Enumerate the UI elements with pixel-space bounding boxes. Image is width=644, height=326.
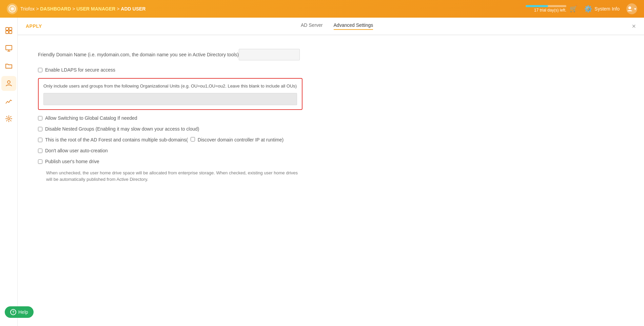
svg-point-9 (7, 81, 10, 83)
ou-description: Only include users and groups from the f… (43, 83, 297, 90)
publish-home-drive-label: Publish user's home drive (45, 159, 99, 164)
sidebar-item-analytics[interactable] (1, 94, 16, 109)
sidebar-item-folder[interactable] (1, 58, 16, 73)
discover-dc-label: Discover domain controller IP at runtime… (198, 137, 284, 142)
sidebar-item-dashboard[interactable] (1, 23, 16, 38)
nested-groups-checkbox[interactable] (38, 127, 42, 131)
no-auto-creation-label: Don't allow user auto-creation (45, 148, 108, 153)
ldaps-label: Enable LDAPS for secure access (45, 67, 115, 73)
system-info-button[interactable]: ⚙️ System Info (584, 5, 620, 13)
system-gear-icon: ⚙️ (584, 5, 592, 13)
sidebar-item-user[interactable] (1, 76, 16, 91)
breadcrumb: Triofox > DASHBOARD > USER MANAGER > ADD… (20, 6, 145, 12)
nested-groups-label: Disable Nested Groups (Enabling it may s… (45, 126, 199, 132)
trial-progress-fill (526, 5, 548, 7)
svg-point-1 (628, 6, 631, 9)
main-content: APPLY AD Server Advanced Settings × Frie… (18, 18, 644, 326)
trial-progress-bar (526, 5, 566, 7)
user-avatar[interactable]: ▼ (626, 3, 637, 14)
cart-icon[interactable]: 🛒 (570, 5, 577, 13)
brand-logo (7, 3, 18, 14)
discover-dc-checkbox[interactable] (191, 137, 195, 141)
ldaps-checkbox[interactable] (38, 68, 42, 72)
sidebar-item-monitor[interactable] (1, 41, 16, 56)
apply-button[interactable]: APPLY (26, 23, 42, 29)
no-auto-creation-row: Don't allow user auto-creation (38, 148, 303, 153)
trial-info: 17 trial day(s) left. 🛒 (526, 5, 577, 13)
top-navbar: Triofox > DASHBOARD > USER MANAGER > ADD… (0, 0, 644, 18)
help-button[interactable]: ? Help (5, 306, 34, 318)
publish-home-drive-checkbox[interactable] (38, 159, 42, 164)
close-button[interactable]: × (632, 23, 636, 30)
svg-rect-5 (9, 31, 12, 34)
sidebar-item-settings[interactable] (1, 111, 16, 126)
svg-rect-4 (6, 31, 8, 34)
tab-ad-server[interactable]: AD Server (301, 22, 323, 30)
ad-forest-row: This is the root of the AD Forest and co… (38, 137, 303, 142)
friendly-domain-label: Friendly Domain Name (i.e. mydomain.com,… (38, 52, 239, 57)
friendly-domain-row: Friendly Domain Name (i.e. mydomain.com,… (38, 49, 303, 60)
nested-groups-row: Disable Nested Groups (Enabling it may s… (38, 126, 303, 132)
global-catalog-row: Allow Switching to Global Catalog If nee… (38, 115, 303, 121)
tab-advanced-settings[interactable]: Advanced Settings (334, 22, 373, 30)
nav-right: 17 trial day(s) left. 🛒 ⚙️ System Info ▼ (526, 3, 637, 14)
sidebar (0, 18, 18, 326)
nav-left: Triofox > DASHBOARD > USER MANAGER > ADD… (7, 3, 145, 14)
ad-forest-checkbox[interactable] (38, 138, 42, 142)
svg-rect-6 (6, 45, 12, 50)
global-catalog-label: Allow Switching to Global Catalog If nee… (45, 115, 137, 121)
form-area: Friendly Domain Name (i.e. mydomain.com,… (18, 35, 323, 200)
trial-label: 17 trial day(s) left. (534, 8, 566, 13)
ldaps-row: Enable LDAPS for secure access (38, 67, 303, 73)
tab-navigation: AD Server Advanced Settings (301, 22, 373, 30)
svg-rect-2 (6, 27, 8, 30)
publish-home-drive-row: Publish user's home drive (38, 159, 303, 164)
ou-section: Only include users and groups from the f… (38, 78, 303, 110)
ad-forest-label: This is the root of the AD Forest and co… (45, 137, 284, 142)
svg-rect-3 (9, 27, 12, 30)
system-info-label: System Info (594, 6, 620, 12)
ou-input[interactable] (43, 93, 297, 105)
svg-point-10 (8, 118, 10, 120)
trial-progress: 17 trial day(s) left. (526, 5, 566, 13)
toolbar: APPLY AD Server Advanced Settings × (18, 18, 644, 35)
no-auto-creation-checkbox[interactable] (38, 149, 42, 153)
help-label: Help (18, 309, 28, 315)
global-catalog-checkbox[interactable] (38, 116, 42, 120)
friendly-domain-input[interactable] (239, 49, 300, 60)
help-icon: ? (10, 309, 16, 315)
home-drive-info-text: When unchecked, the user home drive spac… (46, 170, 303, 183)
